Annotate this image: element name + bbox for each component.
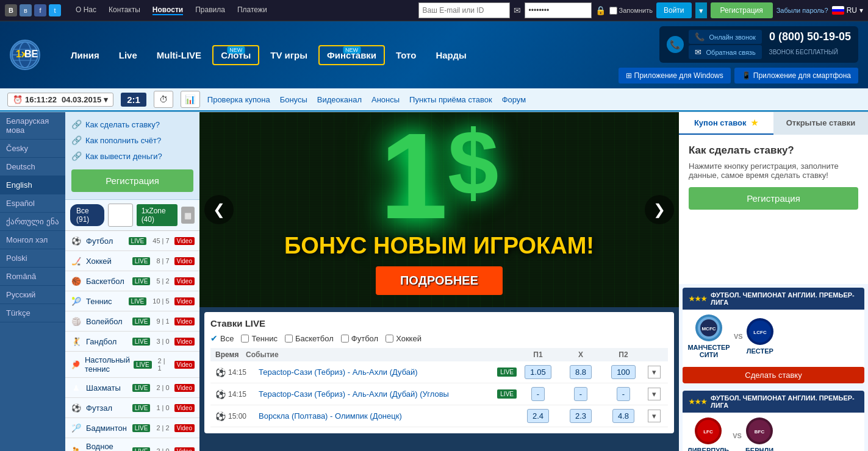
nav-live[interactable]: Live [110, 45, 146, 65]
email-input[interactable] [418, 2, 510, 18]
row1-p2-btn[interactable]: 100 [602, 365, 645, 379]
sport-waterpolo[interactable]: 🤽 Водное поло LIVE 2 | 0 Video [65, 438, 199, 451]
sport-basketball[interactable]: 🏀 Баскетбол LIVE 5 | 2 Video [65, 271, 199, 291]
filter-tennis[interactable]: Теннис [241, 334, 278, 343]
banner-next-btn[interactable]: ❯ [645, 195, 674, 224]
register-button-top[interactable]: Регистрация [711, 2, 773, 18]
tab-open-bets[interactable]: Открытые ставки [773, 112, 868, 135]
row1-expand-btn[interactable]: ▾ [648, 366, 661, 378]
stopwatch-icon[interactable]: ⏱ [154, 91, 173, 108]
row1-expand[interactable]: ▾ [645, 366, 663, 378]
time-box[interactable]: ⏰ 16:11:22 04.03.2015 ▾ [7, 93, 113, 107]
nav-contacts[interactable]: Контакты [109, 5, 140, 15]
forgot-password-link[interactable]: Забыли пароль? [777, 7, 828, 14]
sport-hockey[interactable]: 🏒 Хоккей LIVE 8 | 7 Video [65, 251, 199, 271]
language-selector[interactable]: RU ▾ [832, 6, 863, 15]
online-call-btn[interactable]: 📞 Онлайн звонок [689, 30, 762, 44]
lang-czech[interactable]: Česky [0, 140, 65, 158]
how-to-deposit-link[interactable]: 🔗 Как пополнить счёт? [71, 135, 193, 145]
row1-x-btn[interactable]: 8.8 [559, 365, 602, 379]
sport-badminton[interactable]: 🏸 Бадминтон LIVE 2 | 2 Video [65, 418, 199, 438]
tab-coupon[interactable]: Купон ставок ★ [679, 112, 773, 135]
filter-all[interactable]: ✔ Все [210, 333, 234, 343]
row1-x-button[interactable]: 8.8 [570, 365, 592, 379]
sport-tabletennis[interactable]: 🏓 Настольный теннис LIVE 2 | 1 Video [65, 352, 199, 378]
filter-football-checkbox[interactable] [341, 335, 349, 343]
link-offices[interactable]: Пункты приёма ставок [409, 95, 492, 104]
nav-about[interactable]: О Нас [76, 5, 96, 15]
lang-russian[interactable]: Русский [0, 286, 65, 304]
row3-p1-btn[interactable]: 2.4 [517, 409, 559, 423]
row2-expand-btn[interactable]: ▾ [648, 388, 661, 400]
how-to-withdraw-link[interactable]: 🔗 Как вывести деньги? [71, 151, 193, 161]
row3-p2-btn[interactable]: 4.8 [602, 409, 645, 423]
lang-deutsch[interactable]: Deutsch [0, 158, 65, 176]
social-fb[interactable]: f [34, 4, 46, 16]
nav-toto[interactable]: Тото [387, 45, 425, 65]
sport-futsal[interactable]: ⚽ Футзал LIVE 1 | 0 Video [65, 398, 199, 418]
all-sports-btn[interactable]: Все (91) [70, 204, 104, 226]
row3-event[interactable]: Ворскла (Полтава) - Олимпик (Донецк) [259, 411, 517, 421]
coupon-register-button[interactable]: Регистрация [689, 187, 858, 210]
row2-expand[interactable]: ▾ [645, 388, 663, 400]
grid-view-btn[interactable]: ▦ [181, 207, 195, 224]
row3-x-button[interactable]: 2.3 [570, 409, 592, 423]
sport-football[interactable]: ⚽ Футбол LIVE 45 | 7 Video [65, 231, 199, 251]
monitor-btn[interactable]: 🖥 27 [108, 204, 133, 227]
lang-mongolian[interactable]: Монгол хэл [0, 231, 65, 249]
row2-p2-button[interactable]: - [617, 387, 630, 401]
banner-prev-btn[interactable]: ❮ [204, 195, 234, 224]
link-forum[interactable]: Форум [502, 95, 526, 104]
sport-chess[interactable]: ♟ Шахматы LIVE 2 | 0 Video [65, 378, 199, 398]
app-windows-btn[interactable]: ⊞ Приложение для Windows [619, 68, 731, 83]
chart-icon[interactable]: 📊 [181, 91, 200, 108]
row1-event[interactable]: Тераctор-Сази (Тебриз) - Аль-Ахли (Дубай… [259, 368, 493, 377]
nav-liniya[interactable]: Линия [62, 45, 108, 65]
lang-belarusian[interactable]: Беларуская мова [0, 112, 65, 140]
row3-expand[interactable]: ▾ [645, 410, 663, 422]
row3-x-btn[interactable]: 2.3 [559, 409, 602, 423]
nav-multilive[interactable]: Multi-LIVE [148, 45, 210, 65]
row3-p2-button[interactable]: 4.8 [612, 409, 634, 423]
link-bonuses[interactable]: Бонусы [280, 95, 307, 104]
sport-handball[interactable]: 🤾 Гандбол LIVE 3 | 0 Video [65, 332, 199, 352]
row1-p2-button[interactable]: 100 [611, 365, 636, 379]
remember-checkbox[interactable] [609, 7, 617, 15]
lang-georgian[interactable]: ქართული ენა [0, 213, 65, 231]
filter-basketball[interactable]: Баскетбол [285, 334, 334, 343]
link-anons[interactable]: Анонсы [371, 95, 400, 104]
app-phone-btn[interactable]: 📱 Приложение для смартфона [734, 68, 858, 83]
row1-p1-button[interactable]: 1.05 [525, 365, 551, 379]
feedback-btn[interactable]: ✉ Обратная связь [689, 45, 762, 59]
row1-p1-btn[interactable]: 1.05 [517, 365, 559, 379]
lang-polish[interactable]: Polski [0, 249, 65, 268]
row2-x-button[interactable]: - [574, 387, 587, 401]
nav-rules[interactable]: Правила [195, 5, 225, 15]
row3-p1-button[interactable]: 2.4 [527, 409, 549, 423]
nav-payments[interactable]: Платежи [237, 5, 267, 15]
filter-football[interactable]: Футбол [341, 334, 378, 343]
social-tw[interactable]: t [49, 4, 61, 16]
lang-espanol[interactable]: Español [0, 194, 65, 213]
social-b[interactable]: В [5, 4, 17, 16]
link-video[interactable]: Видеоканал [317, 95, 362, 104]
row3-expand-btn[interactable]: ▾ [648, 410, 661, 422]
sidebar-register-button[interactable]: Регистрация [71, 169, 193, 192]
lang-english[interactable]: English [0, 176, 65, 194]
row2-p1-button[interactable]: - [531, 387, 545, 401]
filter-basketball-checkbox[interactable] [285, 335, 293, 343]
link-coupon-check[interactable]: Проверка купона [207, 95, 270, 104]
filter-hockey-checkbox[interactable] [386, 335, 393, 343]
zone-btn[interactable]: 1xZone (40) [137, 204, 178, 226]
social-vk[interactable]: в [20, 4, 32, 16]
password-input[interactable] [525, 2, 592, 18]
match1-stake-btn[interactable]: Сделать ставку [683, 367, 864, 383]
lang-turkish[interactable]: Türkçe [0, 304, 65, 322]
sport-tennis[interactable]: 🎾 Теннис LIVE 10 | 5 Video [65, 291, 199, 311]
nav-tv[interactable]: TV игры [262, 45, 316, 65]
login-arrow-button[interactable]: ▾ [695, 2, 707, 18]
sport-volleyball[interactable]: 🏐 Волейбол LIVE 9 | 1 Video [65, 311, 199, 332]
row2-event[interactable]: Тераctор-Сази (Тебриз) - Аль-Ахли (Дубай… [259, 389, 493, 399]
banner-more-btn[interactable]: ПОДРОБНЕЕ [376, 266, 503, 295]
nav-nard[interactable]: Нарды [427, 45, 475, 65]
